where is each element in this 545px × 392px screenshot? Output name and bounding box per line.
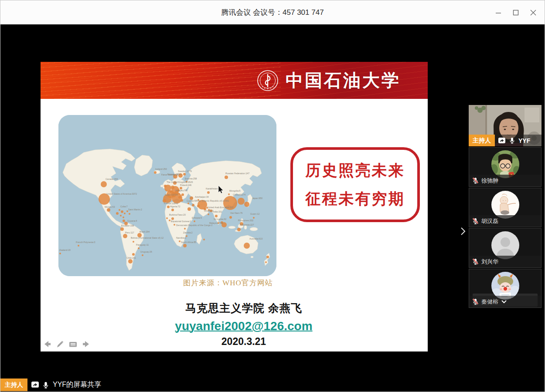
slide-header-banner: 中国石油大学: [41, 62, 428, 99]
svg-text:Norway:1550: Norway:1550: [167, 173, 181, 176]
participant-name: 秦健榕: [481, 298, 498, 306]
participant-tile-huhanlei[interactable]: 胡汉磊: [469, 188, 542, 227]
screen-share-icon: [498, 137, 506, 144]
participant-tile-qinjianrong[interactable]: 秦健榕: [469, 269, 542, 308]
svg-text:Cyprus:58: Cyprus:58: [187, 199, 197, 202]
slogan-box: 历史照亮未来 征程未有穷期: [290, 147, 420, 222]
svg-text:Russian Federation:147: Russian Federation:147: [225, 172, 249, 175]
participant-name: YYF: [518, 137, 530, 144]
university-seal-icon: [256, 69, 279, 92]
close-icon: [530, 10, 536, 16]
participant-label-bar: 刘兴华: [469, 256, 541, 267]
svg-text:Canada:359: Canada:359: [106, 178, 118, 180]
svg-text:The United Kingdom:2626: The United Kingdom:2626: [167, 181, 193, 183]
svg-text:Zealand:20: Zealand:20: [59, 249, 71, 251]
participant-name: 徐驰翀: [481, 177, 498, 185]
screen-share-status-bar: 主持人 YYF的屏幕共享: [0, 378, 101, 391]
svg-text:Chile:201: Chile:201: [126, 257, 136, 259]
svg-text:Ecuador:168: Ecuador:168: [121, 224, 134, 227]
svg-text:Guyana:4: Guyana:4: [127, 220, 137, 222]
svg-text:Bolivia (Plurinational State o: Bolivia (Plurinational State of):12: [131, 237, 164, 239]
participant-label-bar: 徐驰翀: [469, 175, 541, 186]
map-source-caption: 图片来源：WHO官方网站: [158, 278, 298, 288]
svg-text:Democratic Republic of the Con: Democratic Republic of the Congo:2: [176, 224, 212, 226]
chevron-right-icon: [460, 227, 466, 236]
presentation-slide: 中国石油大学: [41, 62, 428, 351]
participant-tile-yyf[interactable]: 主持人 YYF: [469, 105, 542, 146]
svg-text:France:10849: France:10849: [164, 202, 178, 205]
presentation-date: 2020.3.21: [150, 336, 338, 348]
mic-muted-icon: [472, 258, 479, 265]
host-badge: 主持人: [469, 135, 495, 146]
minimize-button[interactable]: [490, 4, 507, 21]
svg-text:Poland:246: Poland:246: [180, 184, 191, 186]
avatar: [491, 150, 519, 178]
slide-nav-toolbar: [43, 340, 90, 348]
svg-text:United Arab Emirates:113: United Arab Emirates:113: [208, 206, 233, 209]
svg-text:Hungary:58: Hungary:58: [175, 189, 187, 192]
university-name: 中国石油大学: [286, 68, 401, 92]
maximize-icon: [513, 10, 519, 16]
participant-tile-xuchichong[interactable]: 徐驰翀: [469, 147, 542, 187]
mic-on-icon: [509, 137, 515, 144]
pen-icon: [56, 340, 65, 348]
svg-text:Mexico:53: Mexico:53: [105, 206, 115, 208]
slide-footer: 马克思主义学院 余燕飞 yuyanfei2002@126.com 2020.3.…: [150, 301, 338, 348]
host-badge: 主持人: [0, 378, 27, 391]
shared-screen-stage: 中国石油大学: [0, 24, 545, 392]
maximize-button[interactable]: [507, 4, 525, 21]
app-window: 腾讯会议 会议号：457 301 747: [0, 0, 545, 392]
svg-text:Australia:610: Australia:610: [249, 237, 262, 240]
previous-slide-icon: [43, 340, 52, 348]
svg-text:Philippines:202: Philippines:202: [238, 219, 253, 222]
svg-text:Sweden:1279: Sweden:1279: [178, 170, 192, 172]
screen-share-status-text: YYF的屏幕共享: [53, 380, 101, 389]
svg-text:Brazil:294: Brazil:294: [140, 230, 150, 233]
svg-text:Saint Martin:2: Saint Martin:2: [128, 208, 142, 211]
svg-text:Iran (Islamic Republic of):173: Iran (Islamic Republic of):17361: [197, 199, 229, 202]
svg-text:Viet Nam:76: Viet Nam:76: [230, 212, 243, 214]
svg-text:Malaysia:790: Malaysia:790: [209, 222, 223, 224]
svg-text:Burkina Faso:20: Burkina Faso:20: [169, 213, 186, 216]
svg-text:Azerbaijan:34: Azerbaijan:34: [195, 196, 209, 198]
slide-notes-icon: [68, 340, 78, 348]
svg-text:Iceland:250: Iceland:250: [155, 168, 167, 170]
svg-text:Peru:117: Peru:117: [125, 231, 134, 234]
video-panel-collapse-chevron[interactable]: [458, 225, 468, 238]
svg-text:China:81174: China:81174: [233, 193, 245, 196]
svg-text:Spain:13716: Spain:13716: [165, 193, 177, 196]
minimize-icon: [495, 10, 501, 16]
slogan-line-2: 征程未有穷期: [306, 189, 405, 209]
svg-text:Mongolia:5: Mongolia:5: [229, 189, 240, 192]
svg-text:Namibia:2: Namibia:2: [176, 237, 186, 239]
svg-text:Paraguay:11: Paraguay:11: [136, 243, 149, 246]
svg-text:French Polynesia:3: French Polynesia:3: [76, 241, 95, 243]
svg-text:Cuba:7: Cuba:7: [120, 205, 128, 208]
who-world-map: Iceland:250Faroe Islands:58Canada:359Uni…: [58, 115, 276, 276]
participant-label-bar: 秦健榕: [469, 296, 541, 308]
svg-text:Zambia:2: Zambia:2: [183, 231, 193, 234]
participant-name: 胡汉磊: [481, 217, 498, 225]
svg-text:United States of America:3072: United States of America:3072: [106, 193, 137, 195]
avatar: [491, 231, 519, 259]
participant-label-bar: 胡汉磊: [469, 215, 541, 227]
mic-on-icon: [42, 381, 49, 389]
svg-text:Estonia:258: Estonia:258: [185, 177, 197, 180]
participant-label-bar: 主持人 YYF: [469, 135, 542, 146]
avatar: [491, 191, 519, 219]
slogan-line-1: 历史照亮未来: [306, 160, 405, 181]
svg-text:Equatorial Guinea:2: Equatorial Guinea:2: [171, 220, 191, 223]
svg-text:Oman:33: Oman:33: [204, 210, 213, 212]
mic-muted-icon: [472, 177, 479, 184]
svg-text:Ethiopia:6: Ethiopia:6: [192, 216, 202, 219]
next-slide-icon: [82, 340, 90, 348]
close-button[interactable]: [525, 4, 542, 21]
svg-text:India:151: India:151: [213, 210, 222, 213]
chevron-down-icon[interactable]: [501, 300, 507, 304]
presenter-email: yuyanfei2002@126.com: [175, 319, 312, 333]
svg-text:Indonesia:227: Indonesia:227: [240, 223, 254, 226]
screen-share-icon: [31, 381, 39, 389]
participant-tile-liuxinghua[interactable]: 刘兴华: [469, 228, 542, 268]
participant-name: 刘兴华: [481, 258, 498, 266]
svg-text:Sri Lanka:42: Sri Lanka:42: [214, 218, 226, 220]
